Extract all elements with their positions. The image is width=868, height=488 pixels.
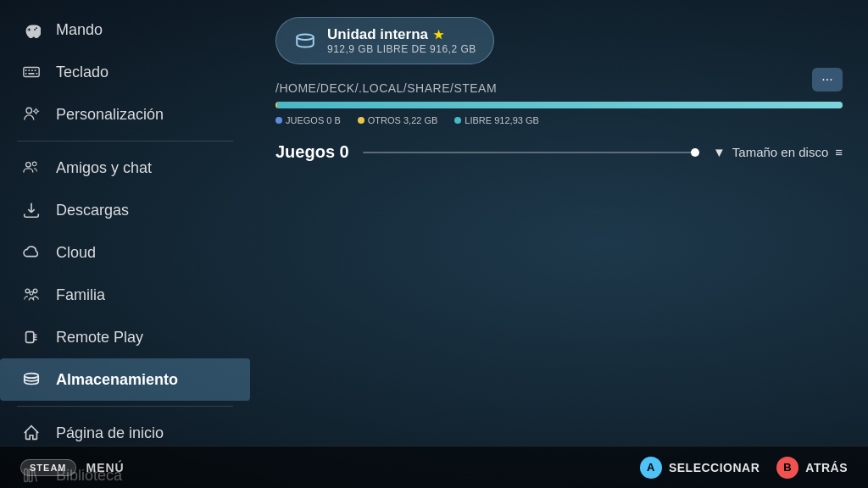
svg-rect-4: [35, 69, 36, 71]
storage-path: /HOME/DECK/.LOCAL/SHARE/STEAM: [275, 81, 843, 95]
remote-icon: [20, 326, 42, 348]
action-a-label: SELECCIONAR: [669, 461, 760, 474]
progress-free: [277, 102, 843, 108]
sidebar-item-personalizacion-label: Personalización: [56, 106, 164, 124]
legend-others-label: OTROS 3,22 GB: [368, 115, 438, 125]
svg-rect-5: [25, 73, 27, 75]
sidebar-item-almacenamiento-label: Almacenamiento: [56, 371, 178, 389]
steam-menu[interactable]: STEAM MENÚ: [20, 459, 125, 476]
family-icon: [20, 284, 42, 306]
legend-free: LIBRE 912,93 GB: [454, 115, 538, 125]
games-label: Juegos 0: [275, 142, 349, 162]
sidebar-item-amigos[interactable]: Amigos y chat: [0, 147, 250, 189]
sidebar-item-descargas[interactable]: Descargas: [0, 189, 250, 231]
menu-label: MENÚ: [86, 461, 125, 474]
action-b-label: ATRÁS: [805, 461, 848, 474]
sidebar-divider-1: [17, 141, 233, 141]
action-b-button[interactable]: B ATRÁS: [776, 457, 848, 479]
games-slider-thumb: [691, 148, 699, 157]
svg-point-9: [35, 110, 38, 114]
person-settings-icon: [20, 103, 42, 125]
storage-pill-text: Unidad interna ★ 912,9 GB LIBRE DE 916,2…: [327, 26, 476, 55]
svg-rect-7: [36, 73, 38, 75]
legend-games-label: JUEGOS 0 B: [286, 115, 341, 125]
games-slider[interactable]: [363, 152, 699, 153]
storage-legend: JUEGOS 0 B OTROS 3,22 GB LIBRE 912,93 GB: [275, 115, 843, 125]
sidebar-item-teclado[interactable]: Teclado: [0, 51, 250, 93]
sidebar-item-mando-label: Mando: [56, 21, 103, 39]
star-icon: ★: [433, 28, 444, 42]
storage-pill-subtitle: 912,9 GB LIBRE DE 916,2 GB: [327, 43, 476, 55]
sidebar-item-cloud-label: Cloud: [56, 244, 96, 262]
games-row: Juegos 0 ▼ Tamaño en disco ≡: [275, 142, 843, 162]
storage-progress-bar: [275, 102, 843, 108]
sidebar-item-almacenamiento[interactable]: Almacenamiento: [0, 358, 250, 401]
svg-point-8: [26, 108, 31, 113]
sidebar-item-amigos-label: Amigos y chat: [56, 159, 152, 177]
main-content: Unidad interna ★ 912,9 GB LIBRE DE 916,2…: [250, 0, 868, 446]
b-button-circle: B: [776, 457, 798, 479]
legend-free-label: LIBRE 912,93 GB: [465, 115, 538, 125]
gamepad-icon: [20, 19, 42, 41]
bottom-actions: A SELECCIONAR B ATRÁS: [640, 457, 848, 479]
legend-others: OTROS 3,22 GB: [358, 115, 438, 125]
sort-arrow-icon: ▼: [713, 145, 726, 159]
cloud-icon: [20, 241, 42, 263]
legend-games: JUEGOS 0 B: [275, 115, 341, 125]
sort-options[interactable]: ▼ Tamaño en disco ≡: [713, 145, 843, 159]
sidebar-item-teclado-label: Teclado: [56, 64, 108, 81]
games-dot: [275, 117, 282, 124]
keyboard-icon: [20, 61, 42, 83]
bottom-bar: STEAM MENÚ A SELECCIONAR B ATRÁS: [0, 446, 868, 488]
sidebar-item-remoteplay-label: Remote Play: [56, 329, 143, 347]
free-dot: [454, 117, 461, 124]
svg-point-23: [25, 374, 39, 379]
svg-rect-0: [24, 68, 39, 77]
svg-point-26: [297, 34, 314, 40]
svg-rect-6: [28, 73, 34, 75]
sidebar-divider-2: [17, 406, 233, 407]
others-dot: [358, 117, 364, 124]
sidebar-item-familia-label: Familia: [56, 286, 105, 304]
svg-rect-2: [28, 69, 30, 71]
drive-icon: [293, 29, 317, 53]
sort-label: Tamaño en disco: [732, 145, 828, 159]
sidebar: Mando Teclado: [0, 0, 250, 449]
sidebar-item-remoteplay[interactable]: Remote Play: [0, 316, 250, 358]
sidebar-item-mando[interactable]: Mando: [0, 8, 250, 51]
svg-point-14: [26, 163, 31, 168]
svg-point-16: [25, 289, 30, 293]
svg-point-18: [30, 291, 33, 295]
sidebar-item-cloud[interactable]: Cloud: [0, 231, 250, 274]
svg-rect-3: [31, 69, 33, 71]
a-button-circle: A: [640, 457, 662, 479]
svg-rect-1: [25, 69, 27, 71]
action-a-button[interactable]: A SELECCIONAR: [640, 457, 760, 479]
storage-pill[interactable]: Unidad interna ★ 912,9 GB LIBRE DE 916,2…: [275, 17, 494, 64]
svg-rect-19: [26, 332, 34, 343]
sidebar-item-familia[interactable]: Familia: [0, 274, 250, 316]
sidebar-item-descargas-label: Descargas: [56, 202, 129, 219]
people-icon: [20, 157, 42, 179]
svg-point-15: [32, 162, 36, 166]
sidebar-item-inicio-label: Página de inicio: [56, 424, 164, 442]
storage-pill-title: Unidad interna ★: [327, 26, 476, 43]
sidebar-item-personalizacion[interactable]: Personalización: [0, 93, 250, 136]
svg-point-17: [33, 289, 37, 293]
sort-menu-icon: ≡: [835, 145, 843, 159]
download-icon: [20, 199, 42, 221]
steam-badge[interactable]: STEAM: [20, 459, 76, 476]
options-button[interactable]: ···: [812, 68, 843, 92]
storage-icon: [20, 369, 42, 391]
home-icon: [20, 422, 42, 444]
